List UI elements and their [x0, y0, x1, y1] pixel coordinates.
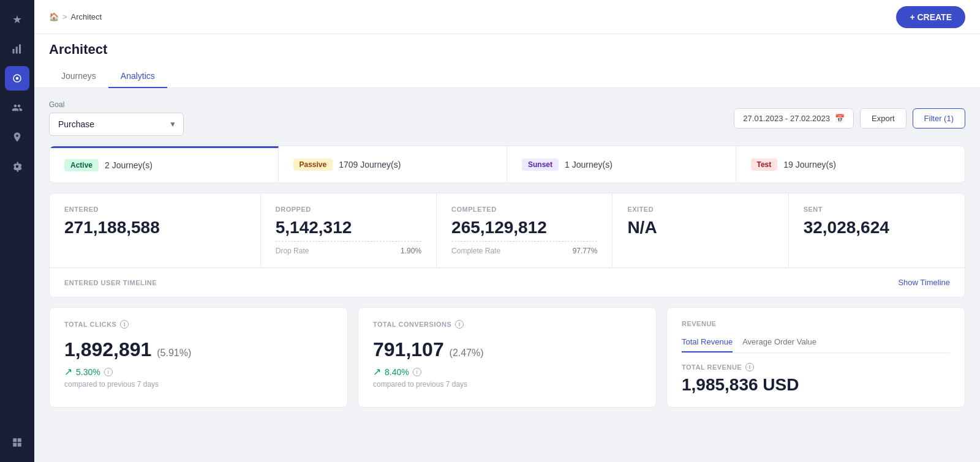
complete-rate-label: Complete Rate — [451, 247, 500, 255]
test-count: 19 Journey(s) — [783, 160, 836, 170]
export-button[interactable]: Export — [860, 108, 907, 129]
show-timeline-link[interactable]: Show Timeline — [898, 278, 950, 287]
drop-rate-value: 1.90% — [401, 247, 421, 255]
journey-status-test[interactable]: Test 19 Journey(s) — [736, 146, 965, 182]
completed-label: COMPLETED — [451, 206, 597, 213]
active-badge: Active — [64, 159, 99, 171]
tab-total-revenue[interactable]: Total Revenue — [682, 337, 733, 352]
goal-section: Goal Purchase ▼ — [49, 100, 184, 136]
drop-rate-label: Drop Rate — [276, 247, 309, 255]
total-clicks-pct: (5.91%) — [157, 348, 191, 358]
sunset-badge: Sunset — [522, 158, 559, 171]
revenue-label: REVENUE — [682, 320, 717, 327]
arrow-up-icon: ↗ — [64, 366, 72, 378]
revenue-title: REVENUE — [682, 320, 950, 327]
topbar: 🏠 > Architect + CREATE — [34, 0, 980, 34]
passive-count: 1709 Journey(s) — [339, 160, 401, 170]
svg-rect-1 — [16, 47, 18, 53]
stat-entered: ENTERED 271,188,588 — [50, 193, 261, 267]
revenue-sub-label: Total Revenue i — [682, 363, 950, 371]
breadcrumb-current: Architect — [71, 12, 102, 21]
filter-button[interactable]: Filter (1) — [913, 108, 965, 129]
svg-rect-0 — [13, 49, 15, 54]
total-conversions-info-icon[interactable]: i — [455, 320, 464, 329]
analytics-icon[interactable] — [5, 37, 29, 61]
timeline-label: ENTERED USER TIMELINE — [64, 279, 157, 286]
goal-row: Goal Purchase ▼ 27.01.2023 - 27.02.2023 … — [49, 100, 965, 136]
star-icon[interactable]: ★ — [5, 7, 29, 32]
completed-sub: Complete Rate 97.77% — [451, 247, 597, 255]
journey-status-sunset[interactable]: Sunset 1 Journey(s) — [507, 146, 736, 182]
dropped-label: DROPPED — [276, 206, 421, 213]
journey-status-row: Active 2 Journey(s) Passive 1709 Journey… — [49, 146, 965, 183]
active-count: 2 Journey(s) — [105, 160, 153, 170]
journey-icon[interactable] — [5, 66, 29, 91]
clicks-change-info-icon[interactable]: i — [104, 368, 113, 376]
content-area: Goal Purchase ▼ 27.01.2023 - 27.02.2023 … — [34, 88, 980, 462]
timeline-section: ENTERED USER TIMELINE Show Timeline — [50, 268, 965, 297]
page-title: Architect — [49, 42, 965, 58]
svg-point-4 — [16, 77, 19, 80]
tab-journeys[interactable]: Journeys — [49, 65, 108, 88]
total-conversions-change-value: 8.40% — [385, 367, 409, 377]
total-clicks-info-icon[interactable]: i — [120, 320, 129, 329]
conversions-change-info-icon[interactable]: i — [413, 368, 421, 376]
total-clicks-card: TOTAL CLICKS i 1,892,891 (5.91%) ↗ 5.30%… — [49, 307, 348, 408]
tab-average-order-value[interactable]: Average Order Value — [742, 337, 816, 352]
calendar-icon: 📅 — [835, 114, 845, 123]
date-range-picker[interactable]: 27.01.2023 - 27.02.2023 📅 — [734, 108, 854, 129]
date-range-value: 27.01.2023 - 27.02.2023 — [743, 114, 830, 123]
stat-completed: COMPLETED 265,129,812 Complete Rate 97.7… — [437, 193, 612, 267]
total-clicks-change: ↗ 5.30% i — [64, 366, 333, 378]
goal-actions: 27.01.2023 - 27.02.2023 📅 Export Filter … — [734, 108, 965, 129]
total-clicks-change-value: 5.30% — [76, 367, 100, 377]
completed-value: 265,129,812 — [451, 218, 597, 237]
stat-dropped: DROPPED 5,142,312 Drop Rate 1.90% — [261, 193, 437, 267]
total-clicks-value: 1,892,891 (5.91%) — [64, 338, 333, 361]
breadcrumb: 🏠 > Architect — [49, 12, 102, 21]
grid-icon[interactable] — [5, 430, 29, 455]
journey-status-passive[interactable]: Passive 1709 Journey(s) — [279, 146, 508, 182]
create-button[interactable]: + CREATE — [896, 6, 965, 28]
revenue-sub-label-text: Total Revenue — [682, 363, 742, 371]
dropped-sub: Drop Rate 1.90% — [276, 247, 421, 255]
settings-icon[interactable] — [5, 154, 29, 179]
goal-label: Goal — [49, 100, 184, 109]
sidebar: ★ — [0, 0, 34, 462]
page-header: Architect Journeys Analytics — [34, 34, 980, 88]
svg-rect-2 — [19, 45, 21, 54]
bottom-cards: TOTAL CLICKS i 1,892,891 (5.91%) ↗ 5.30%… — [49, 307, 965, 408]
stats-card: ENTERED 271,188,588 DROPPED 5,142,312 Dr… — [49, 193, 965, 297]
users-icon[interactable] — [5, 95, 29, 120]
breadcrumb-separator: > — [62, 12, 67, 21]
total-conversions-card: TOTAL CONVERSIONS i 791,107 (2.47%) ↗ 8.… — [358, 307, 657, 408]
revenue-tabs: Total Revenue Average Order Value — [682, 337, 950, 353]
tabs: Journeys Analytics — [49, 65, 965, 88]
main-content: 🏠 > Architect + CREATE Architect Journey… — [34, 0, 980, 462]
sent-label: SENT — [804, 206, 950, 213]
total-conversions-value: 791,107 (2.47%) — [373, 338, 641, 361]
goal-select[interactable]: Purchase — [49, 113, 184, 136]
passive-badge: Passive — [293, 158, 333, 171]
dropped-value: 5,142,312 — [276, 218, 421, 237]
stat-exited: EXITED N/A — [612, 193, 788, 267]
stat-sent: SENT 32,028,624 — [789, 193, 965, 267]
total-conversions-title: TOTAL CONVERSIONS i — [373, 320, 641, 329]
entered-label: ENTERED — [64, 206, 246, 213]
home-icon[interactable]: 🏠 — [49, 12, 59, 21]
sent-value: 32,028,624 — [804, 218, 950, 237]
complete-rate-value: 97.77% — [573, 247, 598, 255]
entered-value: 271,188,588 — [64, 218, 246, 237]
tab-analytics[interactable]: Analytics — [108, 65, 167, 88]
total-conversions-change: ↗ 8.40% i — [373, 366, 641, 378]
revenue-value: 1,985,836 USD — [682, 375, 950, 395]
total-clicks-title: TOTAL CLICKS i — [64, 320, 333, 329]
location-icon[interactable] — [5, 125, 29, 149]
stats-grid: ENTERED 271,188,588 DROPPED 5,142,312 Dr… — [50, 193, 965, 268]
total-clicks-compare: compared to previous 7 days — [64, 380, 333, 389]
revenue-info-icon[interactable]: i — [745, 363, 754, 371]
goal-select-wrap: Purchase ▼ — [49, 113, 184, 136]
sunset-count: 1 Journey(s) — [565, 160, 612, 170]
exited-label: EXITED — [627, 206, 773, 213]
journey-status-active[interactable]: Active 2 Journey(s) — [50, 146, 279, 182]
